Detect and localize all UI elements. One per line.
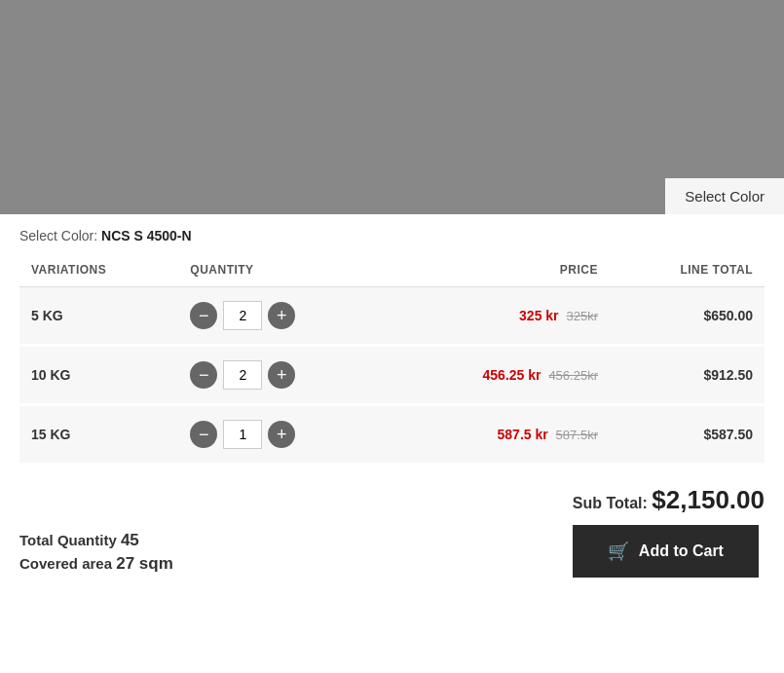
price-original: 456.25kr <box>548 368 598 383</box>
line-total-cell: $587.50 <box>610 405 765 465</box>
totals-left: Total Quantity 45 Covered area 27 sqm <box>19 531 173 578</box>
price-cell: 456.25 kr 456.25kr <box>386 346 610 405</box>
price-cell: 587.5 kr 587.5kr <box>386 405 610 465</box>
price-original: 587.5kr <box>556 428 598 442</box>
color-label: Select Color: NCS S 4500-N <box>0 214 784 253</box>
variation-cell: 15 KG <box>19 405 178 465</box>
total-quantity-row: Total Quantity 45 <box>19 531 173 550</box>
qty-decrease-button[interactable]: − <box>190 361 217 389</box>
col-header-line-total: LINE TOTAL <box>610 253 765 287</box>
covered-area-label: Covered area <box>19 555 112 572</box>
variations-table-wrapper: VARIATIONS QUANTITY PRICE LINE TOTAL 5 K… <box>0 253 784 466</box>
product-image: Select Color <box>0 0 784 214</box>
color-prefix: Select Color: <box>19 228 97 243</box>
col-header-price: PRICE <box>386 253 610 287</box>
col-header-quantity: QUANTITY <box>178 253 386 287</box>
col-header-variations: VARIATIONS <box>19 253 178 287</box>
color-value: NCS S 4500-N <box>101 228 192 243</box>
qty-input[interactable] <box>223 360 262 390</box>
cart-icon: 🛒 <box>608 541 629 562</box>
select-color-button[interactable]: Select Color <box>665 178 784 214</box>
variation-cell: 5 KG <box>19 287 178 346</box>
subtotal-row: Sub Total: $2,150.00 <box>573 485 765 515</box>
table-row: 10 KG − + 456.25 kr 456.25kr $912.50 <box>19 346 765 405</box>
table-row: 15 KG − + 587.5 kr 587.5kr $587.50 <box>19 405 765 465</box>
table-body: 5 KG − + 325 kr 325kr $650.0010 KG − + 4… <box>19 287 765 465</box>
footer-section: Total Quantity 45 Covered area 27 sqm Su… <box>0 466 784 597</box>
add-to-cart-label: Add to Cart <box>639 542 724 560</box>
variation-cell: 10 KG <box>19 346 178 405</box>
variations-table: VARIATIONS QUANTITY PRICE LINE TOTAL 5 K… <box>19 253 765 466</box>
line-total-cell: $912.50 <box>610 346 765 405</box>
qty-decrease-button[interactable]: − <box>190 302 217 329</box>
price-sale: 325 kr <box>519 308 558 323</box>
covered-area-value: 27 sqm <box>116 554 173 573</box>
quantity-cell: − + <box>178 287 386 346</box>
quantity-cell: − + <box>178 346 386 405</box>
qty-input[interactable] <box>223 420 262 449</box>
qty-decrease-button[interactable]: − <box>190 421 217 448</box>
table-row: 5 KG − + 325 kr 325kr $650.00 <box>19 287 765 346</box>
variation-name: 5 KG <box>31 308 63 323</box>
variation-name: 15 KG <box>31 427 70 442</box>
subtotal-label: Sub Total: <box>573 495 648 511</box>
total-quantity-label: Total Quantity <box>19 532 117 548</box>
price-cell: 325 kr 325kr <box>386 287 610 346</box>
covered-area-row: Covered area 27 sqm <box>19 554 173 574</box>
qty-increase-button[interactable]: + <box>268 421 295 448</box>
total-quantity-value: 45 <box>121 531 139 549</box>
qty-increase-button[interactable]: + <box>268 361 295 389</box>
variation-name: 10 KG <box>31 367 70 383</box>
add-to-cart-button[interactable]: 🛒 Add to Cart <box>573 525 759 578</box>
quantity-cell: − + <box>178 405 386 465</box>
qty-increase-button[interactable]: + <box>268 302 295 329</box>
subtotal-value: $2,150.00 <box>652 485 765 514</box>
qty-input[interactable] <box>223 301 262 330</box>
price-original: 325kr <box>566 309 598 323</box>
table-header: VARIATIONS QUANTITY PRICE LINE TOTAL <box>19 253 765 287</box>
totals-right: Sub Total: $2,150.00 🛒 Add to Cart <box>573 485 765 578</box>
line-total-cell: $650.00 <box>610 287 765 346</box>
price-sale: 587.5 kr <box>498 427 548 442</box>
price-sale: 456.25 kr <box>483 367 541 383</box>
